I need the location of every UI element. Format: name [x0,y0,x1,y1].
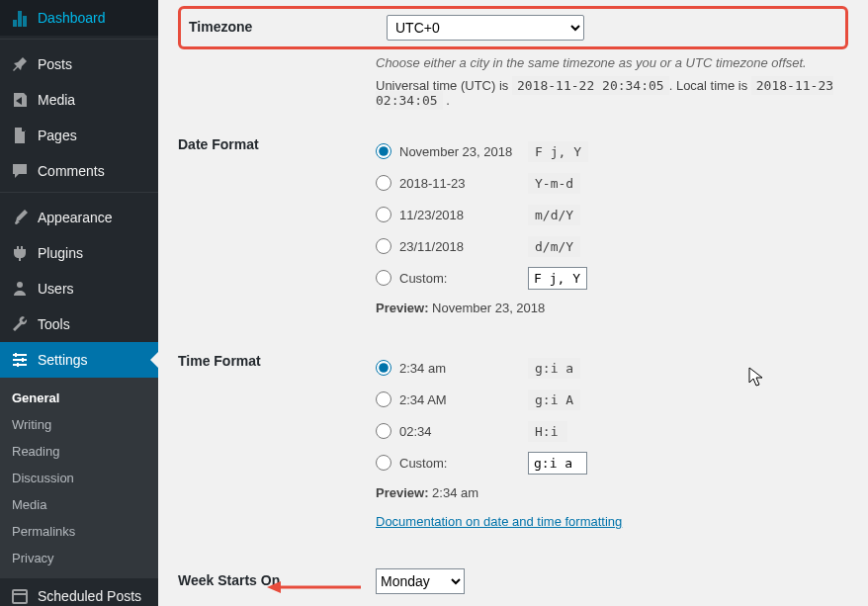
time-preview: Preview: 2:34 am [376,485,848,500]
time-option-2[interactable]: 02:34H:i [376,418,848,444]
time-format-label: Time Format [178,349,376,369]
svg-rect-4 [15,353,17,357]
submenu-permalinks[interactable]: Permalinks [0,518,158,545]
custom-label: Custom: [399,271,528,286]
menu-label: Comments [38,163,105,179]
time-option-0[interactable]: 2:34 amg:i a [376,355,848,381]
menu-users[interactable]: Users [0,271,158,306]
time-format-row: Time Format 2:34 amg:i a 2:34 AMg:i A 02… [178,334,848,554]
tools-icon [10,314,30,334]
settings-content: Timezone UTC+0 Choose either a city in t… [158,0,868,606]
time-code: g:i a [528,358,580,379]
menu-separator [0,192,158,197]
date-option-3[interactable]: 23/11/2018d/m/Y [376,233,848,259]
date-option-1[interactable]: 2018-11-23Y-m-d [376,170,848,196]
time-radio-custom[interactable] [376,455,391,471]
date-option-custom[interactable]: Custom: [376,265,848,291]
date-format-row: Date Format November 23, 2018F j, Y 2018… [178,118,848,334]
svg-rect-2 [13,359,27,361]
menu-comments[interactable]: Comments [0,153,158,189]
svg-rect-5 [22,358,24,362]
date-radio-0[interactable] [376,143,391,159]
date-custom-input[interactable] [528,267,587,290]
week-label: Week Starts On [178,568,376,588]
time-example: 2:34 AM [399,392,528,407]
timezone-highlight: Timezone UTC+0 [178,6,848,49]
menu-label: Dashboard [38,10,106,26]
timezone-description: Choose either a city in the same timezon… [376,55,848,70]
time-radio-1[interactable] [376,391,391,407]
menu-plugins[interactable]: Plugins [0,235,158,271]
submenu-media[interactable]: Media [0,491,158,518]
menu-label: Media [38,92,75,108]
menu-pages[interactable]: Pages [0,118,158,153]
local-prefix: . Local time is [669,78,751,93]
brush-icon [10,208,30,227]
menu-label: Posts [38,56,72,72]
settings-icon [10,350,30,370]
svg-rect-3 [13,364,27,366]
date-code: d/m/Y [528,236,580,257]
date-format-label: Date Format [178,132,376,152]
timezone-select[interactable]: UTC+0 [387,15,584,41]
menu-dashboard[interactable]: Dashboard [0,0,158,36]
svg-rect-6 [17,363,19,367]
menu-appearance[interactable]: Appearance [0,200,158,235]
menu-settings[interactable]: Settings [0,342,158,378]
date-time-docs-link[interactable]: Documentation on date and time formattin… [376,514,622,529]
menu-label: Settings [38,352,88,368]
time-code: g:i A [528,390,580,410]
dashboard-icon [10,8,30,28]
date-radio-2[interactable] [376,207,391,222]
submenu-writing[interactable]: Writing [0,411,158,438]
week-starts-row: Week Starts On Monday [178,554,848,606]
menu-label: Tools [38,316,70,332]
time-option-custom[interactable]: Custom: [376,450,848,476]
time-radio-0[interactable] [376,360,391,376]
submenu-reading[interactable]: Reading [0,438,158,465]
date-example: 2018-11-23 [399,176,528,191]
admin-sidebar: Dashboard Posts Media Pages Comments App… [0,0,158,606]
menu-label: Appearance [38,210,113,225]
utc-time: 2018-11-22 20:34:05 [512,76,669,95]
svg-rect-7 [13,590,27,603]
time-example: 02:34 [399,424,528,439]
date-radio-custom[interactable] [376,270,391,286]
date-radio-3[interactable] [376,238,391,254]
menu-tools[interactable]: Tools [0,306,158,342]
date-option-2[interactable]: 11/23/2018m/d/Y [376,202,848,227]
date-code: m/d/Y [528,205,580,225]
submenu-privacy[interactable]: Privacy [0,545,158,571]
users-icon [10,279,30,299]
menu-media[interactable]: Media [0,82,158,118]
menu-posts[interactable]: Posts [0,46,158,82]
time-example: 2:34 am [399,361,528,376]
time-option-1[interactable]: 2:34 AMg:i A [376,387,848,412]
date-radio-1[interactable] [376,175,391,191]
date-code: F j, Y [528,141,588,162]
time-custom-input[interactable] [528,452,587,475]
comments-icon [10,161,30,181]
week-select[interactable]: Monday [376,568,465,594]
media-icon [10,90,30,110]
menu-scheduled-posts[interactable]: Scheduled Posts [0,578,158,606]
submenu-general[interactable]: General [0,385,158,411]
date-example: 11/23/2018 [399,208,528,222]
menu-label: Scheduled Posts [38,588,141,604]
date-example: November 23, 2018 [399,144,528,159]
time-code: H:i [528,421,567,442]
menu-separator [0,39,158,43]
custom-label: Custom: [399,456,528,471]
time-suffix: . [443,93,450,108]
date-example: 23/11/2018 [399,239,528,254]
date-option-0[interactable]: November 23, 2018F j, Y [376,138,848,164]
date-preview: Preview: November 23, 2018 [376,301,848,315]
time-radio-2[interactable] [376,423,391,439]
date-code: Y-m-d [528,173,580,194]
pin-icon [10,54,30,74]
menu-label: Plugins [38,245,83,261]
svg-point-0 [17,282,23,288]
settings-submenu: General Writing Reading Discussion Media… [0,378,158,578]
menu-label: Users [38,281,74,297]
submenu-discussion[interactable]: Discussion [0,465,158,491]
